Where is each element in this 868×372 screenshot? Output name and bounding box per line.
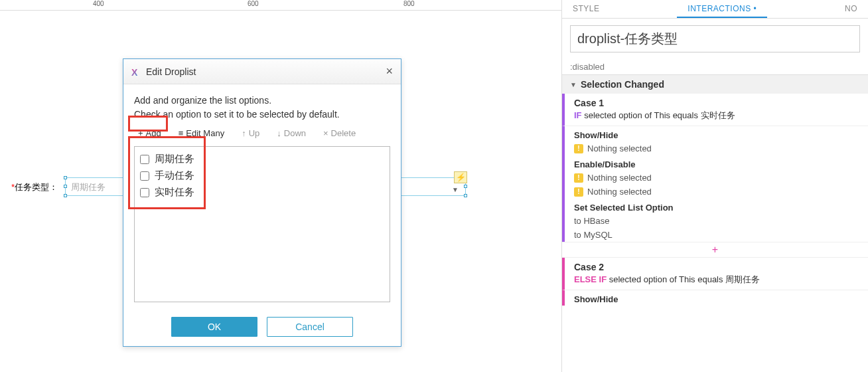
action-target[interactable]: to MySQL	[562, 228, 868, 242]
tab-interactions-label: INTERACTIONS	[687, 4, 751, 13]
warning-icon: !	[574, 187, 583, 197]
axure-logo-icon: X	[131, 67, 141, 76]
triangle-down-icon: ▼	[570, 81, 577, 88]
delete-label: Delete	[331, 128, 356, 138]
if-keyword: IF	[574, 110, 582, 120]
up-label: Up	[249, 128, 260, 138]
desc-line-1: Add and organize the list options.	[134, 94, 390, 108]
resize-handle-tl[interactable]	[64, 176, 67, 179]
condition-text: selected option of This equals 周期任务	[607, 274, 760, 284]
to-mysql: to MySQL	[574, 230, 613, 240]
option-checkbox[interactable]	[140, 188, 149, 197]
plus-icon: +	[138, 128, 143, 138]
tab-style[interactable]: STYLE	[562, 0, 611, 18]
condition-text: selected option of This equals 实时任务	[582, 110, 735, 120]
add-label: Add	[146, 128, 161, 138]
ruler-top: 400 600 800	[0, 0, 561, 11]
event-title: Selection Changed	[581, 79, 664, 90]
case-condition: ELSE IF selected option of This equals 周…	[574, 274, 861, 286]
to-hbase: to HBase	[574, 216, 609, 226]
resize-handle-ml[interactable]	[64, 185, 67, 188]
dot-indicator-icon: •	[751, 4, 757, 13]
arrow-down-icon: ↓	[277, 128, 281, 138]
widget-name-input[interactable]	[570, 25, 860, 52]
edit-many-button[interactable]: ≡Edit Many	[175, 127, 228, 140]
chevron-down-icon: ▼	[452, 186, 459, 193]
list-item[interactable]: 手动任务	[140, 167, 384, 184]
list-icon: ≡	[179, 128, 184, 138]
option-label: 实时任务	[155, 186, 194, 199]
add-button[interactable]: +Add	[134, 127, 165, 140]
dialog-toolbar: +Add ≡Edit Many ↑Up ↓Down ×Delete	[134, 127, 390, 140]
widget-state[interactable]: :disabled	[562, 59, 868, 74]
cancel-button[interactable]: Cancel	[267, 317, 353, 337]
option-checkbox[interactable]	[140, 155, 149, 164]
edit-many-label: Edit Many	[186, 128, 224, 138]
nothing-selected: Nothing selected	[587, 173, 652, 183]
interaction-badge-icon[interactable]: ⚡	[454, 171, 467, 183]
list-item[interactable]: 实时任务	[140, 184, 384, 201]
nothing-selected: Nothing selected	[587, 143, 652, 153]
option-label: 周期任务	[155, 153, 194, 165]
list-item[interactable]: 周期任务	[140, 151, 384, 167]
dialog-footer: OK Cancel	[123, 310, 401, 346]
warning-icon: !	[574, 173, 583, 183]
event-header[interactable]: ▼ Selection Changed	[562, 75, 868, 94]
tab-interactions[interactable]: INTERACTIONS •	[677, 0, 767, 18]
warning-icon: !	[574, 144, 583, 153]
action-set-selected[interactable]: Set Selected List Option	[562, 199, 868, 214]
ok-button[interactable]: OK	[171, 317, 257, 337]
close-icon[interactable]: ×	[386, 64, 393, 78]
case-title: Case 1	[574, 98, 861, 108]
resize-handle-mr[interactable]	[464, 185, 467, 188]
dialog-titlebar[interactable]: X Edit Droplist ×	[123, 59, 401, 84]
case-title: Case 2	[574, 262, 861, 272]
case-1[interactable]: Case 1 IF selected option of This equals…	[562, 94, 868, 126]
dialog-body: Add and organize the list options. Check…	[123, 84, 401, 310]
options-list[interactable]: 周期任务 手动任务 实时任务	[134, 146, 390, 302]
add-action-button[interactable]: +	[562, 242, 868, 258]
ruler-tick-800: 800	[403, 0, 415, 7]
tab-notes[interactable]: NO	[834, 0, 868, 18]
action-target[interactable]: !Nothing selected	[562, 185, 868, 199]
up-button[interactable]: ↑Up	[238, 127, 263, 140]
resize-handle-br[interactable]	[464, 194, 467, 197]
action-target[interactable]: to HBase	[562, 214, 868, 228]
down-label: Down	[284, 128, 306, 138]
field-label: *任务类型：	[11, 181, 58, 193]
ruler-tick-600: 600	[248, 0, 259, 7]
case-2[interactable]: Case 2 ELSE IF selected option of This e…	[562, 258, 868, 290]
action-target[interactable]: !Nothing selected	[562, 171, 868, 185]
action-show-hide[interactable]: Show/Hide	[562, 126, 868, 141]
case-condition: IF selected option of This equals 实时任务	[574, 110, 861, 122]
down-button[interactable]: ↓Down	[273, 127, 310, 140]
delete-button[interactable]: ×Delete	[319, 127, 360, 140]
nothing-selected: Nothing selected	[587, 187, 652, 197]
event-section: ▼ Selection Changed Case 1 IF selected o…	[562, 74, 868, 306]
ruler-tick-400: 400	[93, 0, 104, 7]
desc-line-2: Check an option to set it to be selected…	[134, 108, 390, 122]
inspector-tabs: STYLE INTERACTIONS • NO	[562, 0, 868, 19]
dialog-title: Edit Droplist	[146, 66, 386, 77]
inspector-panel: STYLE INTERACTIONS • NO :disabled ▼ Sele…	[561, 0, 868, 372]
x-icon: ×	[323, 128, 328, 138]
option-checkbox[interactable]	[140, 171, 149, 181]
edit-droplist-dialog: X Edit Droplist × Add and organize the l…	[123, 58, 401, 347]
field-label-text: 任务类型：	[15, 182, 58, 192]
option-label: 手动任务	[155, 169, 194, 182]
dialog-description: Add and organize the list options. Check…	[134, 94, 390, 122]
resize-handle-bl[interactable]	[64, 194, 67, 197]
action-target[interactable]: !Nothing selected	[562, 141, 868, 155]
arrow-up-icon: ↑	[242, 128, 246, 138]
action-show-hide-2[interactable]: Show/Hide	[562, 290, 868, 306]
action-enable-disable[interactable]: Enable/Disable	[562, 155, 868, 171]
elseif-keyword: ELSE IF	[574, 274, 607, 284]
